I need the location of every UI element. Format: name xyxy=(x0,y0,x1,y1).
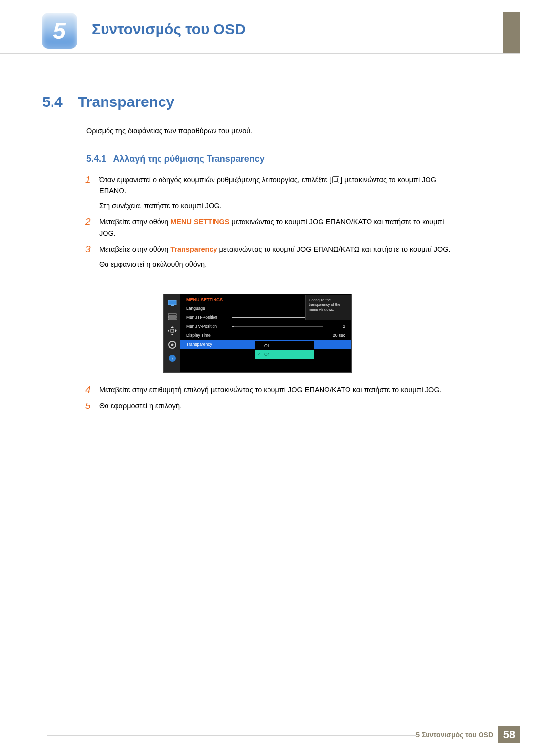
list-icon xyxy=(167,312,177,322)
step-number: 1 xyxy=(85,174,99,186)
highlight-text: MENU SETTINGS xyxy=(170,218,229,226)
step-body: Μεταβείτε στην οθόνη Transparency μετακι… xyxy=(99,244,457,270)
osd-row-slider xyxy=(232,326,323,327)
osd-dropdown: Off On xyxy=(255,341,314,359)
subsection-title: Αλλαγή της ρύθμισης Transparency xyxy=(113,154,264,164)
subsection-heading: 5.4.1 Αλλαγή της ρύθμισης Transparency xyxy=(86,154,265,164)
svg-rect-3 xyxy=(168,316,176,318)
step-body: Θα εφαρμοστεί η επιλογή. xyxy=(99,401,457,411)
osd-row-label: Language xyxy=(186,306,232,311)
step-body: Μεταβείτε στην οθόνη MENU SETTINGS μετακ… xyxy=(99,216,457,239)
section-title: Transparency xyxy=(78,94,174,110)
page: 5 Συντονισμός του OSD 5.4 Transparency Ο… xyxy=(0,0,535,756)
header-accent-tab xyxy=(503,12,520,53)
step-body: Μεταβείτε στην επιθυμητή επιλογή μετακιν… xyxy=(99,384,457,395)
step-number: 3 xyxy=(85,244,99,255)
osd-main: MENU SETTINGS Language English Menu H-Po… xyxy=(180,294,351,372)
monitor-icon xyxy=(167,298,177,308)
highlight-text: Transparency xyxy=(170,245,217,253)
osd-sidebar: i xyxy=(164,294,180,372)
svg-rect-5 xyxy=(171,329,174,332)
steps-list-below: 4 Μεταβείτε στην επιθυμητή επιλογή μετακ… xyxy=(85,384,457,417)
svg-point-7 xyxy=(171,344,173,346)
osd-row-value: 20 sec xyxy=(323,333,345,338)
osd-row-label: Menu V-Position xyxy=(186,324,232,329)
section-description: Ορισμός της διαφάνειας των παραθύρων του… xyxy=(86,127,252,135)
osd-screenshot: i MENU SETTINGS Language English Menu H-… xyxy=(163,294,352,373)
step-number: 2 xyxy=(85,216,99,228)
osd-option-on: On xyxy=(255,350,314,359)
step-text: Μεταβείτε στην οθόνη xyxy=(99,245,170,253)
chapter-number: 5 xyxy=(53,17,66,44)
step-body: Όταν εμφανιστεί ο οδηγός κουμπιών ρυθμιζ… xyxy=(99,174,457,211)
chapter-title: Συντονισμός του OSD xyxy=(92,21,246,38)
svg-rect-4 xyxy=(168,319,176,320)
osd-row-value: 2 xyxy=(323,324,345,329)
osd-option-off: Off xyxy=(255,341,314,350)
step-3: 3 Μεταβείτε στην οθόνη Transparency μετα… xyxy=(85,244,457,270)
step-4: 4 Μεταβείτε στην επιθυμητή επιλογή μετακ… xyxy=(85,384,457,396)
step-number: 5 xyxy=(85,401,99,412)
menu-icon xyxy=(332,176,339,183)
header-divider xyxy=(0,53,520,54)
osd-row-label: Menu H-Position xyxy=(186,315,232,320)
osd-row-label: Transparency xyxy=(186,342,232,347)
steps-list: 1 Όταν εμφανιστεί ο οδηγός κουμπιών ρυθμ… xyxy=(85,174,457,275)
section-heading: 5.4 Transparency xyxy=(42,94,174,110)
svg-text:i: i xyxy=(171,356,173,361)
step-number: 4 xyxy=(85,384,99,396)
osd-row-menu-v: Menu V-Position 2 xyxy=(186,322,345,331)
step-5: 5 Θα εφαρμοστεί η επιλογή. xyxy=(85,401,457,412)
subsection-number: 5.4.1 xyxy=(86,154,106,164)
step-subtext: Θα εμφανιστεί η ακόλουθη οθόνη. xyxy=(99,259,457,270)
move-icon xyxy=(167,326,177,336)
chapter-badge: 5 xyxy=(42,13,77,49)
section-number: 5.4 xyxy=(42,94,63,110)
svg-rect-2 xyxy=(168,314,176,315)
gear-icon xyxy=(167,340,177,350)
step-text: Όταν εμφανιστεί ο οδηγός κουμπιών ρυθμιζ… xyxy=(99,176,331,184)
info-icon: i xyxy=(167,353,177,363)
footer: 5 Συντονισμός του OSD 58 xyxy=(0,726,520,743)
osd-description-panel: Configure the transparency of the menu w… xyxy=(305,295,351,320)
step-subtext: Στη συνέχεια, πατήστε το κουμπί JOG. xyxy=(99,201,457,211)
footer-page-number: 58 xyxy=(498,726,520,743)
step-text: μετακινώντας το κουμπί JOG ΕΠΑΝΩ/ΚΑΤΩ κα… xyxy=(217,245,451,253)
svg-rect-0 xyxy=(168,300,176,305)
svg-rect-1 xyxy=(171,305,174,306)
osd-row-label: Display Time xyxy=(186,333,232,338)
osd-row-display-time: Display Time 20 sec xyxy=(186,331,345,340)
step-text: Μεταβείτε στην οθόνη xyxy=(99,218,170,226)
footer-label: 5 Συντονισμός του OSD xyxy=(416,731,498,739)
step-1: 1 Όταν εμφανιστεί ο οδηγός κουμπιών ρυθμ… xyxy=(85,174,457,211)
step-2: 2 Μεταβείτε στην οθόνη MENU SETTINGS μετ… xyxy=(85,216,457,239)
